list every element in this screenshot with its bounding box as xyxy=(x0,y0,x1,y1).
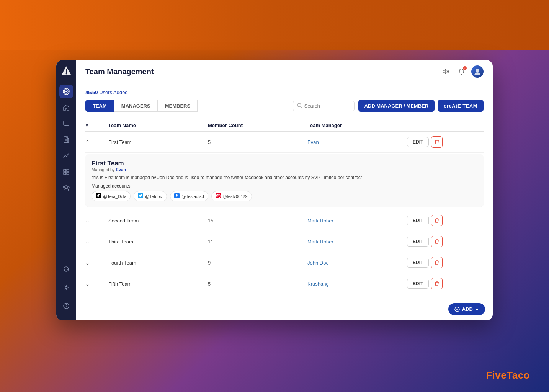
users-added-count: 45/50 xyxy=(85,90,98,95)
notifications-button[interactable]: 4 xyxy=(455,65,467,78)
delete-button-2[interactable] xyxy=(431,215,443,226)
chevron-down-icon-4[interactable]: ⌄ xyxy=(85,260,108,266)
row-actions-1: EDIT xyxy=(407,136,484,148)
svg-rect-13 xyxy=(64,172,66,175)
users-added-label: 45/50 Users Added xyxy=(85,90,484,95)
account-handle-twitter: @Tetobiz xyxy=(145,194,163,199)
team-manager-1: Evan xyxy=(307,139,407,145)
sidebar-item-home[interactable] xyxy=(59,101,73,114)
edit-button-3[interactable]: EDIT xyxy=(407,237,429,247)
sidebar-item-sync[interactable] xyxy=(59,262,73,276)
sidebar-item-settings[interactable] xyxy=(59,281,73,294)
sidebar-item-grid[interactable] xyxy=(59,165,73,179)
app-window: ? Team Management xyxy=(56,60,493,320)
team-name-1: First Team xyxy=(108,139,208,145)
search-icon xyxy=(297,103,302,109)
sidebar-item-target[interactable] xyxy=(59,85,73,98)
chevron-down-icon-3[interactable]: ⌄ xyxy=(85,239,108,245)
delete-button-1[interactable] xyxy=(431,136,443,148)
search-box xyxy=(293,101,355,111)
delete-button-5[interactable] xyxy=(431,278,443,289)
chevron-down-icon-2[interactable]: ⌄ xyxy=(85,218,108,224)
chevron-down-icon-5[interactable]: ⌄ xyxy=(85,281,108,287)
svg-point-5 xyxy=(65,91,67,92)
account-handle-facebook: @Testadfsd xyxy=(181,194,204,199)
team-row-2: ⌄ Second Team 15 Mark Rober EDIT xyxy=(85,210,484,231)
row-actions-5: EDIT xyxy=(407,278,484,289)
edit-button-2[interactable]: EDIT xyxy=(407,216,429,225)
sidebar-item-help[interactable]: ? xyxy=(59,299,73,313)
team-detail-name: First Team xyxy=(92,160,477,167)
delete-button-3[interactable] xyxy=(431,236,443,247)
sidebar-logo xyxy=(60,65,72,77)
edit-button-1[interactable]: EDIT xyxy=(407,137,429,147)
svg-point-23 xyxy=(297,103,301,107)
pinterest-icon xyxy=(216,193,221,199)
speaker-button[interactable] xyxy=(439,65,451,78)
tabs-toolbar: TEAM MANAGERS MEMBERS ADD MANAGER / MEMB… xyxy=(85,100,484,112)
table-row: ⌃ First Team 5 Evan EDIT F xyxy=(85,132,484,207)
col-actions xyxy=(407,122,484,128)
team-count-4: 9 xyxy=(208,260,307,266)
avatar[interactable] xyxy=(471,65,484,78)
account-badge-facebook: @Testadfsd xyxy=(170,191,208,201)
team-manager-2: Mark Rober xyxy=(307,218,407,224)
team-count-2: 15 xyxy=(208,218,307,224)
header-icons: 4 xyxy=(439,65,484,78)
add-fab-button[interactable]: ADD xyxy=(448,303,485,315)
team-manager-5: Krushang xyxy=(307,281,407,287)
tab-managers[interactable]: MANAGERS xyxy=(114,100,158,112)
tiktok-icon xyxy=(96,193,101,199)
chevron-up-icon[interactable]: ⌃ xyxy=(85,139,108,145)
account-badge-pinterest: @testv00129 xyxy=(211,191,252,201)
add-manager-button[interactable]: ADD MANAGER / MEMBER xyxy=(358,100,435,112)
edit-button-4[interactable]: EDIT xyxy=(407,258,429,268)
col-team-manager: Team Manager xyxy=(307,122,407,128)
svg-point-17 xyxy=(68,186,69,188)
team-detail-desc: this is First team is managed by Joh Doe… xyxy=(92,175,477,180)
col-member-count: Member Count xyxy=(208,122,307,128)
tab-members[interactable]: MEMBERS xyxy=(158,100,198,112)
facebook-icon xyxy=(174,193,180,199)
team-row-1: ⌃ First Team 5 Evan EDIT xyxy=(85,132,484,153)
tab-team[interactable]: TEAM xyxy=(85,100,114,112)
notification-badge: 4 xyxy=(463,66,467,70)
team-count-5: 5 xyxy=(208,281,307,287)
row-actions-4: EDIT xyxy=(407,257,484,268)
svg-point-22 xyxy=(476,69,479,72)
search-input[interactable] xyxy=(304,103,350,109)
svg-point-18 xyxy=(65,287,67,289)
col-team-name: Team Name xyxy=(108,122,208,128)
team-name-5: Fifth Team xyxy=(108,281,208,287)
team-name-2: Second Team xyxy=(108,218,208,224)
branding: FiveTaco xyxy=(486,369,530,381)
svg-text:?: ? xyxy=(65,304,68,308)
main-content: Team Management 4 xyxy=(76,60,493,320)
svg-rect-11 xyxy=(64,169,66,172)
sidebar-item-team[interactable] xyxy=(59,181,73,195)
team-count-3: 11 xyxy=(208,239,307,245)
delete-button-4[interactable] xyxy=(431,257,443,268)
svg-point-10 xyxy=(68,154,69,155)
sidebar: ? xyxy=(56,60,76,320)
svg-rect-12 xyxy=(67,169,69,172)
svg-rect-14 xyxy=(67,172,69,175)
header: Team Management 4 xyxy=(76,60,493,83)
svg-point-2 xyxy=(66,74,67,75)
add-fab-label: ADD xyxy=(462,306,473,312)
body: 45/50 Users Added TEAM MANAGERS MEMBERS xyxy=(76,83,493,320)
team-detail-1: First Team Managed by Evan this is First… xyxy=(85,154,484,207)
sidebar-item-doc[interactable] xyxy=(59,133,73,147)
team-manager-3: Mark Rober xyxy=(307,239,407,245)
team-manager-4: John Doe xyxy=(307,260,407,266)
svg-rect-6 xyxy=(64,121,69,125)
sidebar-item-analytics[interactable] xyxy=(59,149,73,163)
col-num: # xyxy=(85,122,108,128)
account-handle-tiktok: @Tera_Dola xyxy=(103,194,126,199)
page-title: Team Management xyxy=(85,67,439,76)
sidebar-item-chat[interactable] xyxy=(59,117,73,131)
edit-button-5[interactable]: EDIT xyxy=(407,279,429,289)
accounts-list: @Tera_Dola @Tetobiz xyxy=(92,191,477,201)
create-team-button[interactable]: creAtE TEAM xyxy=(438,100,484,112)
account-badge-twitter: @Tetobiz xyxy=(134,191,167,201)
